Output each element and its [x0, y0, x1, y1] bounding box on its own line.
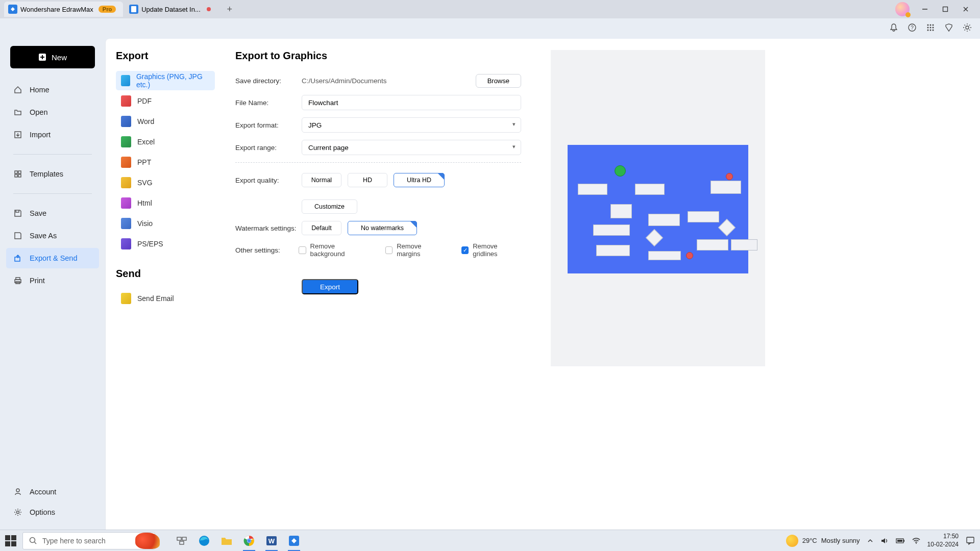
- word-icon: [121, 116, 131, 127]
- format-graphics[interactable]: Graphics (PNG, JPG etc.): [116, 71, 215, 90]
- selected-corner-icon: [437, 173, 445, 180]
- start-button[interactable]: [5, 535, 16, 546]
- quality-hd-button[interactable]: HD: [348, 173, 387, 187]
- watermark-label: Watermark settings:: [235, 224, 302, 232]
- watermark-default-button[interactable]: Default: [302, 221, 341, 235]
- nav-label: Home: [30, 86, 50, 94]
- edrawmax-app-icon[interactable]: [286, 533, 302, 549]
- remove-bg-checkbox[interactable]: Remove background: [299, 242, 368, 258]
- send-email[interactable]: Send Email: [116, 289, 215, 308]
- action-center-icon[interactable]: [966, 536, 975, 545]
- file-name-input[interactable]: [302, 95, 521, 110]
- format-label: Html: [137, 199, 152, 207]
- nav-label: Save As: [30, 232, 57, 240]
- word-app-icon[interactable]: W: [263, 533, 280, 549]
- home-icon: [13, 85, 22, 94]
- svg-text:?: ?: [911, 25, 914, 31]
- svg-rect-49: [967, 537, 974, 543]
- format-ppt[interactable]: PPT: [116, 153, 215, 172]
- top-toolbar: ?: [0, 18, 980, 37]
- wifi-icon[interactable]: [912, 537, 920, 544]
- file-name-label: File Name:: [235, 99, 302, 107]
- task-view-icon[interactable]: [174, 533, 190, 549]
- format-html[interactable]: Html: [116, 193, 215, 213]
- add-tab-button[interactable]: +: [223, 3, 236, 16]
- export-button[interactable]: Export: [302, 279, 358, 294]
- theme-icon[interactable]: [944, 23, 953, 32]
- remove-margins-checkbox[interactable]: Remove margins: [385, 242, 444, 258]
- svg-point-29: [16, 489, 19, 492]
- browse-button[interactable]: Browse: [476, 74, 521, 88]
- svg-rect-22: [18, 171, 21, 173]
- nav-save-as[interactable]: Save As: [6, 226, 99, 246]
- import-icon: [13, 130, 22, 139]
- apps-icon[interactable]: [926, 23, 935, 32]
- search-placeholder: Type here to search: [42, 537, 106, 545]
- system-tray: [867, 537, 920, 545]
- chrome-icon[interactable]: [241, 533, 257, 549]
- battery-icon[interactable]: [896, 538, 905, 544]
- visio-icon: [121, 218, 131, 229]
- check-label: Remove gridlines: [473, 242, 521, 258]
- form-title: Export to Graphics: [235, 50, 521, 62]
- format-svg[interactable]: SVG: [116, 173, 215, 192]
- quality-normal-button[interactable]: Normal: [302, 173, 341, 187]
- svg-rect-21: [15, 171, 17, 173]
- nav-home[interactable]: Home: [6, 80, 99, 100]
- pdf-icon: [121, 95, 131, 107]
- export-heading: Export: [116, 50, 215, 62]
- nav-templates[interactable]: Templates: [6, 164, 99, 184]
- taskbar-clock[interactable]: 17:50 10-02-2024: [927, 533, 959, 548]
- svg-point-41: [248, 539, 251, 542]
- file-explorer-icon[interactable]: [218, 533, 235, 549]
- format-label: PPT: [137, 158, 151, 166]
- svg-point-11: [930, 27, 932, 29]
- remove-gridlines-checkbox[interactable]: Remove gridlines: [461, 242, 521, 258]
- format-visio[interactable]: Visio: [116, 214, 215, 233]
- watermark-none-button[interactable]: No watermarks: [348, 221, 417, 235]
- quality-ultra-button[interactable]: Ultra HD: [394, 173, 445, 187]
- edge-icon[interactable]: [196, 533, 212, 549]
- customize-button[interactable]: Customize: [302, 199, 357, 214]
- volume-icon[interactable]: [880, 537, 889, 545]
- format-label: Word: [137, 117, 154, 126]
- export-format-select[interactable]: JPG: [302, 117, 521, 133]
- svg-point-7: [927, 24, 929, 26]
- svg-point-14: [930, 30, 932, 31]
- app-tab-edrawmax[interactable]: Wondershare EdrawMax Pro: [4, 2, 123, 17]
- pro-badge: Pro: [99, 6, 116, 13]
- format-word[interactable]: Word: [116, 112, 215, 131]
- close-button[interactable]: [955, 2, 976, 16]
- sun-icon: [786, 535, 798, 547]
- weather-widget[interactable]: 29°C Mostly sunny: [786, 535, 860, 547]
- app-tab-document[interactable]: Update Dataset In...: [125, 2, 218, 17]
- user-avatar[interactable]: [895, 2, 910, 16]
- notification-icon[interactable]: [889, 23, 898, 32]
- svg-rect-2: [943, 7, 948, 12]
- nav-options[interactable]: Options: [6, 502, 99, 522]
- format-pdf[interactable]: PDF: [116, 91, 215, 111]
- nav-print[interactable]: Print: [6, 270, 99, 291]
- nav-save[interactable]: Save: [6, 203, 99, 223]
- other-settings-label: Other settings:: [235, 246, 299, 254]
- nav-account[interactable]: Account: [6, 482, 99, 502]
- settings-icon[interactable]: [963, 23, 972, 32]
- new-button[interactable]: New: [10, 46, 95, 68]
- email-icon: [121, 293, 131, 304]
- taskbar: Type here to search W 29°C Mostly sunny …: [0, 530, 980, 551]
- nav-import[interactable]: Import: [6, 124, 99, 145]
- tray-chevron-icon[interactable]: [867, 538, 873, 544]
- nav-label: Import: [30, 131, 51, 139]
- minimize-button[interactable]: [915, 2, 935, 16]
- maximize-button[interactable]: [935, 2, 955, 16]
- nav-open[interactable]: Open: [6, 102, 99, 122]
- nav-export-send[interactable]: Export & Send: [6, 248, 99, 268]
- export-range-select[interactable]: Current page: [302, 140, 521, 155]
- nav-label: Save: [30, 209, 46, 217]
- taskbar-search[interactable]: Type here to search: [22, 532, 155, 549]
- help-icon[interactable]: ?: [908, 23, 917, 32]
- format-excel[interactable]: Excel: [116, 132, 215, 152]
- nav-label: Export & Send: [30, 254, 78, 262]
- left-nav: New Home Open Import Templates Save Save…: [0, 37, 105, 530]
- format-pseps[interactable]: PS/EPS: [116, 234, 215, 254]
